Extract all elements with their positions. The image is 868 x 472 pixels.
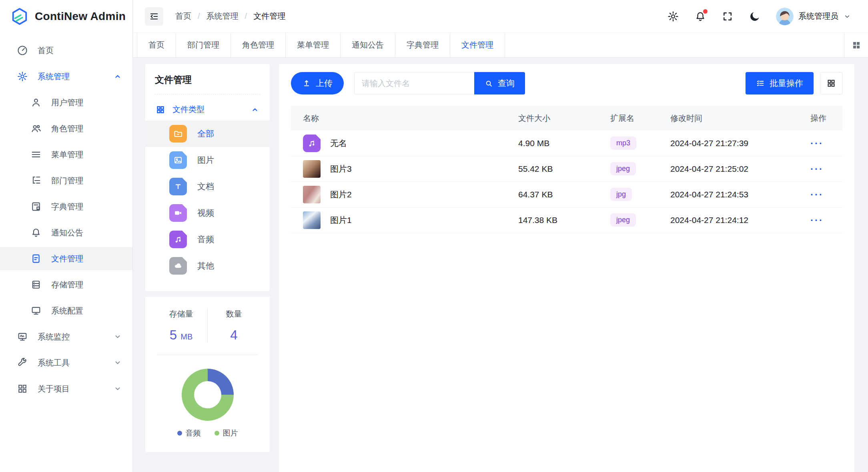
sidebar-item-user-management[interactable]: 用户管理 <box>0 91 132 114</box>
file-table: 名称 文件大小 扩展名 修改时间 操作 无名 4.90 MB mp3 2024-… <box>291 106 842 233</box>
file-type-video[interactable]: 视频 <box>145 200 270 226</box>
file-name: 无名 <box>330 138 347 149</box>
upload-button[interactable]: 上传 <box>291 72 344 94</box>
fullscreen-button[interactable] <box>722 10 734 22</box>
batch-operation-button[interactable]: 批量操作 <box>746 72 814 94</box>
settings-button[interactable] <box>667 10 679 22</box>
sidebar-item-role-management[interactable]: 角色管理 <box>0 117 132 140</box>
sidebar-item-file-management[interactable]: 文件管理 <box>0 247 132 270</box>
tab-home[interactable]: 首页 <box>137 33 176 57</box>
tab-dictionary[interactable]: 字典管理 <box>395 33 450 57</box>
sidebar-item-menu-management[interactable]: 菜单管理 <box>0 143 132 166</box>
notifications-button[interactable] <box>694 10 706 22</box>
breadcrumb-item-current: 文件管理 <box>253 11 285 22</box>
query-button[interactable]: 查询 <box>474 72 525 94</box>
audio-file-icon <box>303 135 321 152</box>
stat-label: 存储量 <box>155 309 207 319</box>
search-group: 查询 <box>354 72 525 94</box>
sidebar-collapse-button[interactable] <box>145 7 163 26</box>
search-icon <box>485 79 493 88</box>
notification-dot <box>703 9 708 14</box>
chart-legend: 音频 图片 <box>155 428 260 438</box>
modified-time: 2024-04-27 21:24:12 <box>670 215 810 225</box>
file-type-label: 视频 <box>197 207 214 219</box>
sidebar-menu: 首页 系统管理 用户管理 角色管理 菜单管理 部门管理 字典管理 <box>0 33 132 400</box>
legend-label: 图片 <box>223 428 238 438</box>
row-actions-button[interactable]: ··· <box>810 189 824 200</box>
sidebar-item-notice[interactable]: 通知公告 <box>0 221 132 244</box>
extension-cell: mp3 <box>610 137 670 150</box>
tab-department[interactable]: 部门管理 <box>176 33 231 57</box>
sidebar-item-label: 用户管理 <box>51 97 83 108</box>
grid-icon <box>17 383 28 394</box>
sidebar-item-dictionary-management[interactable]: 字典管理 <box>0 195 132 218</box>
folder-icon <box>169 125 187 143</box>
extension-badge: jpg <box>610 188 632 201</box>
column-header-actions: 操作 <box>810 113 830 124</box>
actions-cell: ··· <box>810 215 830 226</box>
search-input[interactable] <box>354 72 474 94</box>
moon-icon <box>749 10 761 22</box>
tab-options-button[interactable] <box>844 33 868 57</box>
top-bar: 首页 / 系统管理 / 文件管理 系统管理员 <box>133 0 868 33</box>
sidebar-item-system-config[interactable]: 系统配置 <box>0 299 132 322</box>
extension-badge: jpeg <box>610 213 636 227</box>
sidebar-item-department-management[interactable]: 部门管理 <box>0 169 132 192</box>
sidebar-item-system-management[interactable]: 系统管理 <box>0 65 132 88</box>
row-actions-button[interactable]: ··· <box>810 163 824 175</box>
sidebar-item-home[interactable]: 首页 <box>0 39 132 62</box>
file-type-other[interactable]: 其他 <box>145 253 270 279</box>
tab-bar: 首页 部门管理 角色管理 菜单管理 通知公告 字典管理 文件管理 <box>133 33 868 58</box>
dark-mode-toggle[interactable] <box>749 10 761 22</box>
menu-lines-icon <box>30 149 42 160</box>
audio-icon <box>169 231 187 248</box>
tab-file-management[interactable]: 文件管理 <box>450 33 505 57</box>
legend-item-image: 图片 <box>214 428 238 438</box>
breadcrumb-item[interactable]: 系统管理 <box>206 11 239 22</box>
breadcrumb-item[interactable]: 首页 <box>175 11 191 22</box>
sidebar-item-storage-management[interactable]: 存储管理 <box>0 273 132 296</box>
wrench-icon <box>17 357 28 368</box>
file-type-panel: 文件管理 文件类型 全部 图片 文档 视频 <box>145 64 270 291</box>
modified-time: 2024-04-27 21:27:39 <box>670 139 810 148</box>
file-name: 图片1 <box>330 215 352 226</box>
extension-cell: jpeg <box>610 213 670 227</box>
content-area: 文件管理 文件类型 全部 图片 文档 视频 <box>133 58 868 472</box>
tab-menu[interactable]: 菜单管理 <box>286 33 341 57</box>
file-type-image[interactable]: 图片 <box>145 147 270 173</box>
user-name: 系统管理员 <box>798 11 838 22</box>
legend-dot <box>214 431 219 436</box>
dictionary-icon <box>30 201 42 212</box>
row-actions-button[interactable]: ··· <box>810 215 824 226</box>
tab-spacer <box>505 33 844 57</box>
view-toggle-button[interactable] <box>820 72 842 94</box>
file-type-section-header[interactable]: 文件类型 <box>155 98 260 121</box>
row-actions-button[interactable]: ··· <box>810 138 824 149</box>
file-type-audio[interactable]: 音频 <box>145 226 270 253</box>
upload-icon <box>302 79 311 88</box>
sidebar-item-label: 关于项目 <box>38 384 70 394</box>
batch-label: 批量操作 <box>770 78 803 89</box>
file-size: 4.90 MB <box>518 139 610 148</box>
users-icon <box>30 123 42 134</box>
dashboard-icon <box>17 45 28 56</box>
table-row: 图片3 55.42 KB jpeg 2024-04-27 21:25:02 ··… <box>291 156 842 182</box>
grid-filled-icon <box>852 40 861 50</box>
divider <box>155 94 260 94</box>
chevron-down-icon <box>113 384 122 393</box>
sidebar-item-label: 首页 <box>38 45 54 56</box>
sidebar-item-system-tools[interactable]: 系统工具 <box>0 351 132 374</box>
user-menu[interactable]: 系统管理员 <box>776 8 851 25</box>
sidebar-item-about-project[interactable]: 关于项目 <box>0 377 132 400</box>
storage-icon <box>30 279 42 290</box>
extension-badge: jpeg <box>610 162 636 175</box>
tab-role[interactable]: 角色管理 <box>231 33 286 57</box>
chevron-down-icon <box>113 358 122 367</box>
file-type-all[interactable]: 全部 <box>145 121 270 147</box>
sidebar-item-system-monitor[interactable]: 系统监控 <box>0 325 132 348</box>
extension-cell: jpeg <box>610 162 670 175</box>
tab-notice[interactable]: 通知公告 <box>341 33 395 57</box>
avatar <box>776 8 794 25</box>
file-type-document[interactable]: 文档 <box>145 173 270 200</box>
divider <box>157 355 258 355</box>
